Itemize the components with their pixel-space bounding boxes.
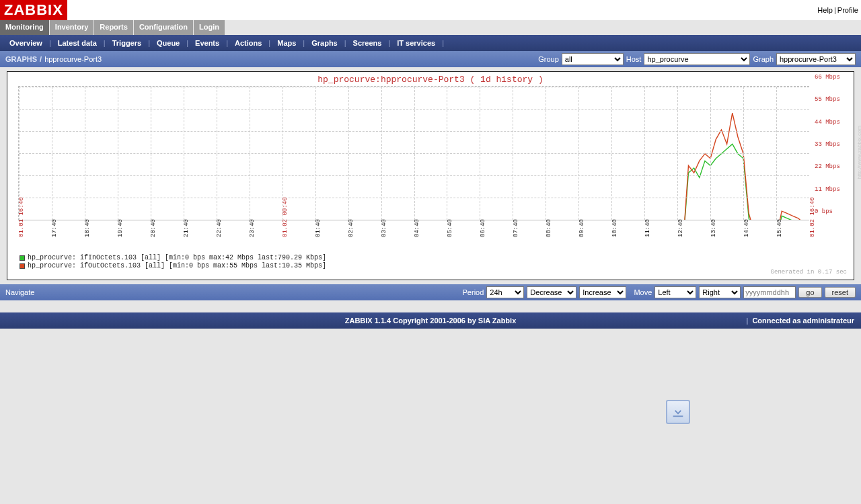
period-select[interactable]: 24h: [486, 286, 524, 298]
group-select[interactable]: all: [562, 53, 624, 65]
period-decrease[interactable]: Decrease: [527, 286, 576, 298]
go-button[interactable]: go: [798, 287, 821, 298]
move-left[interactable]: Left: [654, 286, 696, 298]
period-label: Period: [463, 288, 484, 296]
plot-area: [18, 86, 809, 220]
subtab-maps[interactable]: Maps: [270, 39, 303, 47]
group-label: Group: [538, 55, 559, 63]
subtab-triggers[interactable]: Triggers: [106, 39, 148, 47]
top-links: Help|Profile: [817, 6, 858, 14]
legend-text-in: hp_procurve: ifInOctets.103 [all] [min:0…: [28, 254, 326, 262]
generated-note: Generated in 0.17 sec: [771, 269, 847, 276]
graph-label: Graph: [753, 55, 774, 63]
subtab-graphs[interactable]: Graphs: [305, 39, 344, 47]
profile-link[interactable]: Profile: [837, 6, 858, 14]
sub-tabs: Overview| Latest data| Triggers| Queue| …: [0, 35, 861, 51]
tab-configuration[interactable]: Configuration: [134, 20, 194, 35]
move-right[interactable]: Right: [699, 286, 741, 298]
footer: ZABBIX 1.1.4 Copyright 2001-2006 by SIA …: [0, 312, 861, 329]
tab-monitoring[interactable]: Monitoring: [0, 20, 50, 35]
host-label: Host: [626, 55, 642, 63]
navigate-bar: Navigate Period 24h Decrease Increase Mo…: [0, 284, 861, 300]
graph-panel: hp_procurve:hpprocurve-Port3 ( 1d histor…: [7, 71, 854, 280]
subtab-latest-data[interactable]: Latest data: [51, 39, 104, 47]
footer-connected: Connected as administrateur: [752, 317, 854, 325]
watermark: http://www.zabbix.com: [856, 126, 861, 179]
host-select[interactable]: hp_procurve: [644, 53, 750, 65]
timestamp-input[interactable]: [743, 286, 796, 298]
legend-swatch-out: [20, 263, 25, 269]
tab-inventory[interactable]: Inventory: [50, 20, 95, 35]
help-link[interactable]: Help: [817, 6, 833, 14]
subtab-screens[interactable]: Screens: [346, 39, 389, 47]
x-axis-labels: 01.01 16:4017:4018:4019:4020:4021:4022:4…: [18, 216, 809, 257]
logo-bar: ZABBIX Help|Profile: [0, 0, 861, 20]
legend: hp_procurve: ifInOctets.103 [all] [min:0…: [20, 254, 326, 270]
breadcrumb-current: hpprocurve-Port3: [44, 55, 102, 63]
period-increase[interactable]: Increase: [579, 286, 626, 298]
graph-select[interactable]: hpprocurve-Port3: [776, 53, 856, 65]
tab-login[interactable]: Login: [194, 20, 225, 35]
breadcrumb-root[interactable]: GRAPHS: [5, 55, 37, 63]
subtab-queue[interactable]: Queue: [150, 39, 186, 47]
breadcrumb-bar: GRAPHS / hpprocurve-Port3 Group all Host…: [0, 51, 861, 67]
reset-button[interactable]: reset: [825, 287, 856, 298]
subtab-actions[interactable]: Actions: [228, 39, 268, 47]
legend-swatch-in: [20, 255, 25, 261]
footer-copyright: ZABBIX 1.1.4 Copyright 2001-2006 by SIA …: [345, 317, 517, 325]
navigate-label: Navigate: [5, 288, 34, 296]
move-label: Move: [634, 288, 652, 296]
main-tabs: Monitoring Inventory Reports Configurati…: [0, 20, 861, 35]
tab-reports[interactable]: Reports: [94, 20, 134, 35]
legend-text-out: hp_procurve: ifOutOctets.103 [all] [min:…: [28, 262, 326, 270]
y-axis-labels: 0 bps11 Mbps22 Mbps33 Mbps44 Mbps55 Mbps…: [815, 77, 850, 212]
app-logo: ZABBIX: [0, 0, 67, 20]
subtab-overview[interactable]: Overview: [3, 39, 49, 47]
subtab-events[interactable]: Events: [188, 39, 226, 47]
subtab-it-services[interactable]: IT services: [390, 39, 442, 47]
graph-title: hp_procurve:hpprocurve-Port3 ( 1d histor…: [11, 75, 850, 85]
